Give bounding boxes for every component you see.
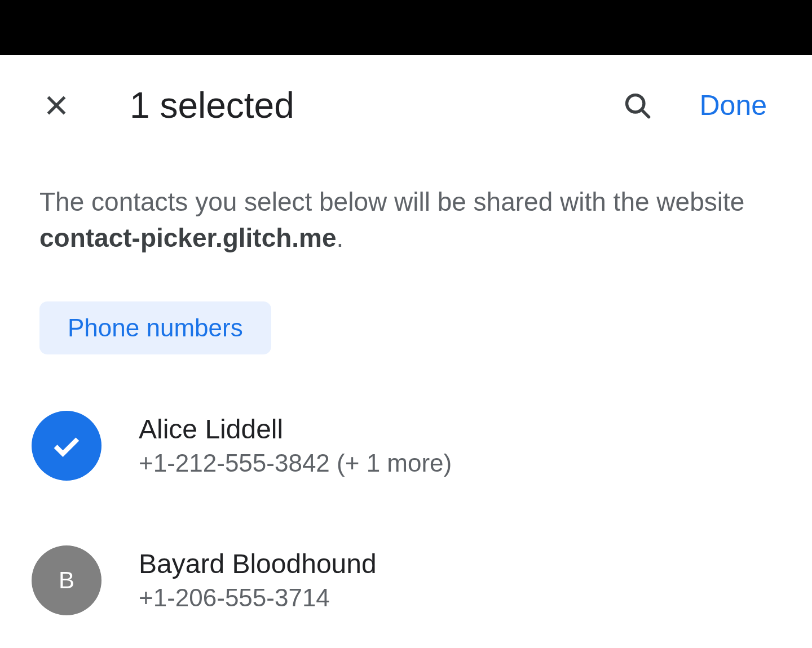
selection-count-title: 1 selected — [130, 85, 620, 126]
contact-avatar-unselected: B — [32, 545, 102, 615]
close-icon — [42, 91, 70, 119]
contact-info: Bayard Bloodhound +1-206-555-3714 — [139, 548, 377, 612]
contact-item[interactable]: B Bayard Bloodhound +1-206-555-3714 — [32, 529, 778, 632]
contact-name: Bayard Bloodhound — [139, 548, 377, 579]
contact-avatar-selected — [32, 411, 102, 481]
contact-info: Alice Liddell +1-212-555-3842 (+ 1 more) — [139, 414, 452, 477]
search-icon — [623, 91, 652, 120]
check-icon — [49, 428, 84, 463]
description-website: contact-picker.glitch.me — [39, 223, 337, 252]
header: 1 selected Done — [0, 55, 812, 139]
search-button[interactable] — [620, 88, 654, 122]
filter-chip-phone-numbers[interactable]: Phone numbers — [39, 301, 271, 354]
share-description: The contacts you select below will be sh… — [0, 139, 812, 273]
contact-list: Alice Liddell +1-212-555-3842 (+ 1 more)… — [0, 354, 812, 632]
picker-content: 1 selected Done The contacts you select … — [0, 55, 812, 632]
description-prefix: The contacts you select below will be sh… — [39, 187, 744, 216]
close-button[interactable] — [39, 88, 73, 122]
svg-line-3 — [642, 110, 649, 117]
description-suffix: . — [337, 223, 344, 252]
contact-item[interactable]: Alice Liddell +1-212-555-3842 (+ 1 more) — [32, 394, 778, 498]
status-bar — [0, 0, 812, 55]
done-button[interactable]: Done — [688, 83, 778, 127]
contact-detail: +1-206-555-3714 — [139, 584, 377, 612]
contact-name: Alice Liddell — [139, 414, 452, 445]
contact-detail: +1-212-555-3842 (+ 1 more) — [139, 449, 452, 477]
